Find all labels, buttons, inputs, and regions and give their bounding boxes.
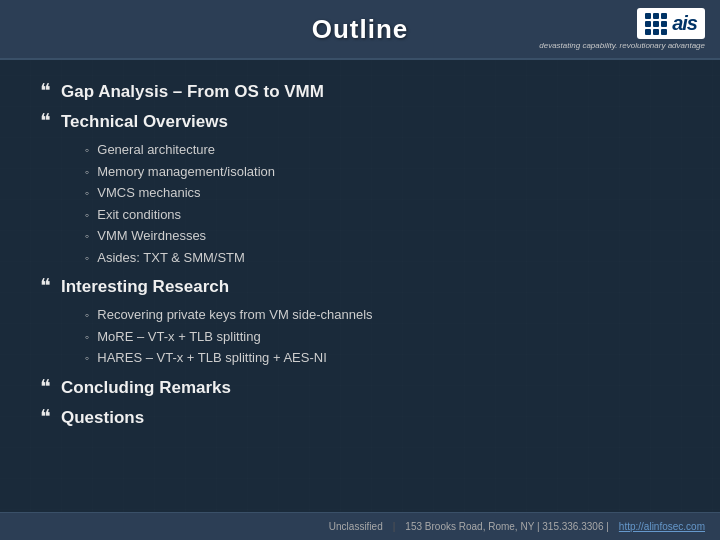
sub-item-label: VMM Weirdnesses bbox=[97, 226, 206, 246]
list-item: ◦ Exit conditions bbox=[85, 205, 680, 225]
list-item: ◦ Memory management/isolation bbox=[85, 162, 680, 182]
item-label: Interesting Research bbox=[61, 275, 229, 299]
sub-item-label: VMCS mechanics bbox=[97, 183, 200, 203]
sub-item-label: Exit conditions bbox=[97, 205, 181, 225]
footer-divider: | bbox=[393, 521, 396, 532]
sub-items-research: ◦ Recovering private keys from VM side-c… bbox=[85, 305, 680, 368]
sub-item-label: General architecture bbox=[97, 140, 215, 160]
logo-dot-9 bbox=[661, 29, 667, 35]
sub-bullet-icon: ◦ bbox=[85, 143, 89, 157]
logo-tagline: devastating capability. revolutionary ad… bbox=[539, 41, 705, 50]
sub-item-label: MoRE – VT-x + TLB splitting bbox=[97, 327, 260, 347]
logo-dot-1 bbox=[645, 13, 651, 19]
bullet-icon: ❝ bbox=[40, 273, 51, 299]
logo-dot-2 bbox=[653, 13, 659, 19]
footer-address: 153 Brooks Road, Rome, NY | 315.336.3306… bbox=[405, 521, 608, 532]
sub-bullet-icon: ◦ bbox=[85, 186, 89, 200]
list-item: ◦ HARES – VT-x + TLB splitting + AES-NI bbox=[85, 348, 680, 368]
footer-url[interactable]: http://alinfosec.com bbox=[619, 521, 705, 532]
logo-dot-6 bbox=[661, 21, 667, 27]
sub-bullet-icon: ◦ bbox=[85, 251, 89, 265]
list-item: ❝ Gap Analysis – From OS to VMM bbox=[40, 80, 680, 104]
sub-item-label: HARES – VT-x + TLB splitting + AES-NI bbox=[97, 348, 327, 368]
logo-dot-5 bbox=[653, 21, 659, 27]
bullet-icon: ❝ bbox=[40, 78, 51, 104]
sub-bullet-icon: ◦ bbox=[85, 229, 89, 243]
main-content: ❝ Gap Analysis – From OS to VMM ❝ Techni… bbox=[0, 60, 720, 446]
sub-bullet-icon: ◦ bbox=[85, 351, 89, 365]
list-item: ◦ General architecture bbox=[85, 140, 680, 160]
bullet-icon: ❝ bbox=[40, 374, 51, 400]
bullet-icon: ❝ bbox=[40, 404, 51, 430]
logo-dot-4 bbox=[645, 21, 651, 27]
sub-bullet-icon: ◦ bbox=[85, 330, 89, 344]
list-item: ❝ Technical Overviews bbox=[40, 110, 680, 134]
sub-item-label: Recovering private keys from VM side-cha… bbox=[97, 305, 372, 325]
logo-text: ais bbox=[672, 12, 697, 35]
sub-bullet-icon: ◦ bbox=[85, 208, 89, 222]
list-item: ◦ Asides: TXT & SMM/STM bbox=[85, 248, 680, 268]
logo-box: ais bbox=[637, 8, 705, 39]
logo-dot-3 bbox=[661, 13, 667, 19]
sub-bullet-icon: ◦ bbox=[85, 308, 89, 322]
sub-bullet-icon: ◦ bbox=[85, 165, 89, 179]
list-item: ◦ Recovering private keys from VM side-c… bbox=[85, 305, 680, 325]
logo-dot-8 bbox=[653, 29, 659, 35]
list-item: ◦ VMCS mechanics bbox=[85, 183, 680, 203]
classification-label: Unclassified bbox=[329, 521, 383, 532]
sub-item-label: Asides: TXT & SMM/STM bbox=[97, 248, 245, 268]
sub-items-technical: ◦ General architecture ◦ Memory manageme… bbox=[85, 140, 680, 267]
item-label: Gap Analysis – From OS to VMM bbox=[61, 80, 324, 104]
sub-item-label: Memory management/isolation bbox=[97, 162, 275, 182]
logo-dot-7 bbox=[645, 29, 651, 35]
item-label: Technical Overviews bbox=[61, 110, 228, 134]
item-label: Concluding Remarks bbox=[61, 376, 231, 400]
list-item: ◦ MoRE – VT-x + TLB splitting bbox=[85, 327, 680, 347]
header: Outline ais devastating capability. revo… bbox=[0, 0, 720, 60]
logo-area: ais devastating capability. revolutionar… bbox=[539, 8, 705, 50]
list-item: ◦ VMM Weirdnesses bbox=[85, 226, 680, 246]
bullet-icon: ❝ bbox=[40, 108, 51, 134]
logo-grid bbox=[645, 13, 667, 35]
list-item: ❝ Interesting Research bbox=[40, 275, 680, 299]
list-item: ❝ Concluding Remarks bbox=[40, 376, 680, 400]
footer: Unclassified | 153 Brooks Road, Rome, NY… bbox=[0, 512, 720, 540]
item-label: Questions bbox=[61, 406, 144, 430]
slide-title: Outline bbox=[312, 14, 409, 45]
list-item: ❝ Questions bbox=[40, 406, 680, 430]
